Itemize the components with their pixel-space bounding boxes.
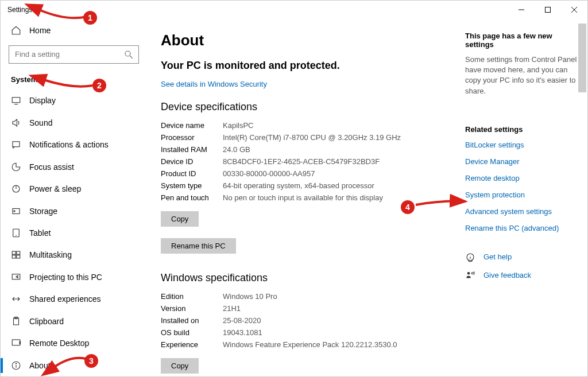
sidebar-item-sound[interactable]: Sound (1, 111, 147, 133)
svg-point-25 (16, 363, 16, 364)
feedback-row[interactable]: Give feedback (465, 270, 582, 281)
maximize-button[interactable] (535, 1, 561, 19)
spec-label: OS build (161, 328, 223, 337)
new-settings-text: Some settings from Control Panel have mo… (465, 55, 582, 96)
spec-value: 25-08-2020 (223, 316, 261, 325)
window-title: Settings (7, 6, 32, 14)
bitlocker-link[interactable]: BitLocker settings (465, 141, 582, 149)
svg-rect-18 (17, 255, 20, 258)
sidebar-item-notifications[interactable]: Notifications & actions (1, 134, 147, 156)
spec-label: Product ID (161, 169, 223, 178)
focus-icon (11, 162, 21, 172)
spec-label: System type (161, 181, 223, 190)
close-button[interactable] (561, 1, 587, 19)
spec-value: 00330-80000-00000-AA957 (223, 169, 315, 178)
security-link[interactable]: See details in Windows Security (161, 80, 267, 88)
sidebar-item-label: Storage (29, 207, 57, 216)
sidebar-item-label: Clipboard (29, 317, 64, 326)
windows-spec-heading: Windows specifications (161, 272, 454, 284)
svg-rect-15 (12, 251, 16, 254)
spec-label: Experience (161, 340, 223, 349)
help-row[interactable]: Get help (465, 252, 582, 262)
spec-value: 64-bit operating system, x64-based proce… (223, 181, 374, 190)
search-input[interactable] (14, 49, 123, 59)
advanced-settings-link[interactable]: Advanced system settings (465, 207, 582, 216)
sidebar-item-label: Shared experiences (29, 294, 101, 304)
svg-rect-16 (17, 251, 20, 254)
sidebar: Home System Display Sound Notifications … (1, 19, 147, 376)
device-manager-link[interactable]: Device Manager (465, 157, 582, 166)
svg-rect-6 (12, 98, 20, 103)
sidebar-item-focus[interactable]: Focus assist (1, 156, 147, 177)
sidebar-item-label: Sound (29, 118, 52, 127)
svg-point-12 (14, 210, 15, 211)
give-feedback-link[interactable]: Give feedback (483, 271, 531, 279)
svg-point-4 (125, 51, 130, 56)
spec-value: KapilsPC (223, 121, 253, 130)
sidebar-item-projecting[interactable]: Projecting to this PC (1, 266, 147, 288)
search-icon (123, 49, 134, 60)
content: About Your PC is monitored and protected… (147, 19, 587, 376)
power-icon (11, 184, 21, 194)
titlebar: Settings (1, 1, 587, 19)
sidebar-item-remote-desktop[interactable]: Remote Desktop (1, 332, 147, 354)
sound-icon (11, 118, 21, 128)
sidebar-item-label: Remote Desktop (29, 339, 89, 348)
clipboard-icon (11, 316, 21, 327)
scrollbar-thumb[interactable] (578, 24, 586, 92)
spec-label: Installed on (161, 316, 223, 325)
home-icon (11, 25, 21, 36)
svg-point-27 (467, 272, 470, 275)
spec-value: 19043.1081 (223, 328, 262, 337)
copy-windows-button[interactable]: Copy (161, 358, 199, 374)
related-heading: Related settings (465, 125, 582, 134)
notifications-icon (11, 139, 21, 150)
sidebar-item-storage[interactable]: Storage (1, 200, 147, 221)
multitasking-icon (11, 250, 21, 260)
sidebar-item-display[interactable]: Display (1, 90, 147, 111)
info-icon (11, 360, 21, 371)
minimize-button[interactable] (508, 1, 535, 19)
remote-desktop-icon (11, 338, 21, 348)
sidebar-item-label: Projecting to this PC (29, 273, 102, 282)
spec-label: Version (161, 304, 223, 313)
device-spec-heading: Device specifications (161, 101, 454, 113)
page-subtitle: Your PC is monitored and protected. (161, 60, 454, 72)
windows-spec-table: EditionWindows 10 Pro Version21H1 Instal… (161, 292, 454, 349)
new-settings-heading: This page has a few new settings (465, 32, 582, 49)
help-icon (465, 252, 475, 262)
sidebar-item-about[interactable]: About (1, 355, 147, 376)
svg-rect-1 (546, 7, 551, 13)
sidebar-item-label: Tablet (29, 228, 51, 238)
rename-advanced-link[interactable]: Rename this PC (advanced) (465, 224, 582, 232)
spec-value: Windows Feature Experience Pack 120.2212… (223, 340, 397, 349)
rename-pc-button[interactable]: Rename this PC (161, 238, 236, 254)
spec-value: No pen or touch input is available for t… (223, 193, 383, 202)
sidebar-item-power[interactable]: Power & sleep (1, 178, 147, 200)
system-protection-link[interactable]: System protection (465, 191, 582, 199)
storage-icon (11, 206, 21, 216)
sidebar-item-tablet[interactable]: Tablet (1, 222, 147, 244)
sidebar-item-multitasking[interactable]: Multitasking (1, 244, 147, 266)
display-icon (11, 95, 21, 106)
spec-value: Windows 10 Pro (223, 292, 277, 301)
svg-rect-22 (12, 340, 20, 345)
sidebar-item-label: Display (29, 96, 56, 105)
sidebar-item-shared[interactable]: Shared experiences (1, 288, 147, 310)
sidebar-item-label: Focus assist (29, 162, 74, 172)
search-box[interactable] (9, 45, 139, 64)
sidebar-item-clipboard[interactable]: Clipboard (1, 310, 147, 332)
sidebar-home[interactable]: Home (1, 19, 147, 42)
projecting-icon (11, 272, 21, 282)
remote-desktop-link[interactable]: Remote desktop (465, 174, 582, 182)
spec-value: 21H1 (223, 304, 241, 313)
spec-label: Device ID (161, 157, 223, 166)
spec-value: 8CB4DCF0-1EF2-4625-ACEB-C5479F32BD3F (223, 157, 380, 166)
spec-value: Intel(R) Core(TM) i7-8700 CPU @ 3.20GHz … (223, 133, 401, 142)
get-help-link[interactable]: Get help (483, 252, 512, 261)
spec-value: 24.0 GB (223, 145, 250, 154)
tablet-icon (11, 228, 21, 238)
sidebar-item-label: Notifications & actions (29, 140, 109, 149)
svg-line-5 (130, 56, 133, 59)
copy-device-button[interactable]: Copy (161, 211, 199, 227)
